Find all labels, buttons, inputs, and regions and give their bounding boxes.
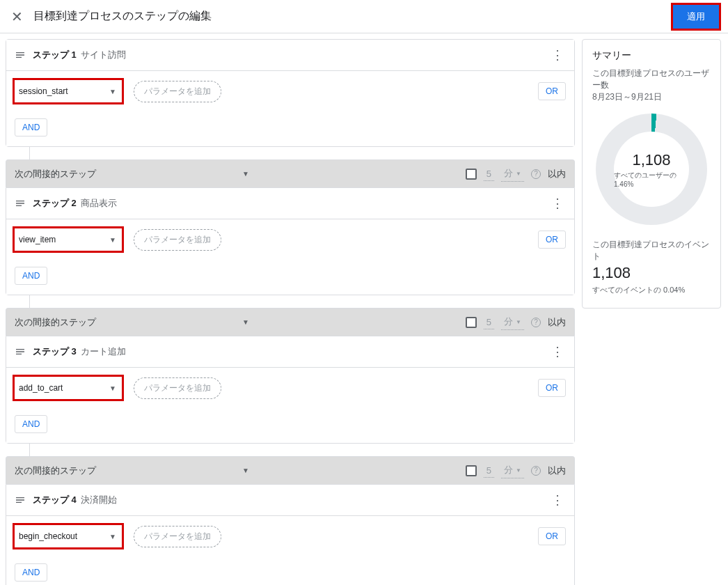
step-header: ステップ 2 商品表示 ⋮ (6, 188, 574, 219)
add-parameter-chip[interactable]: パラメータを追加 (134, 81, 221, 102)
within-label: 以内 (548, 168, 566, 180)
summary-users-pct: すべてのユーザーの 1.46% (614, 171, 689, 188)
summary-date-range: 8月23日～9月21日 (592, 91, 711, 103)
chevron-down-icon: ▼ (109, 384, 116, 392)
indirect-label: 次の間接的ステップ (15, 465, 96, 477)
page-title: 目標到達プロセスのステップの編集 (33, 9, 212, 24)
time-unit-dropdown[interactable]: 分 ▼ (501, 314, 524, 330)
and-button[interactable]: AND (15, 267, 47, 285)
drag-icon[interactable] (15, 198, 26, 209)
more-icon[interactable]: ⋮ (549, 343, 566, 360)
time-value[interactable]: 5 (484, 167, 494, 181)
help-icon[interactable]: ? (531, 466, 541, 476)
step-name: 決済開始 (81, 494, 117, 506)
summary-users-label: この目標到達プロセスのユーザー数 (592, 68, 711, 91)
or-button[interactable]: OR (538, 231, 566, 249)
connector-line (29, 147, 30, 159)
condition-row: begin_checkout ▼ パラメータを追加 OR (6, 516, 574, 556)
summary-title: サマリー (592, 49, 711, 62)
chevron-down-icon: ▼ (109, 236, 116, 244)
indirect-step-dropdown[interactable]: 次の間接的ステップ ▼ (15, 316, 249, 329)
help-icon[interactable]: ? (531, 169, 541, 179)
event-dropdown[interactable]: add_to_cart ▼ (15, 377, 122, 399)
event-value: session_start (19, 86, 68, 96)
step-card: ステップ 3 カート追加 ⋮ add_to_cart ▼ パラメータを追加 OR… (6, 336, 575, 444)
add-parameter-chip[interactable]: パラメータを追加 (134, 377, 221, 399)
time-limit-checkbox[interactable] (466, 169, 477, 180)
more-icon[interactable]: ⋮ (549, 492, 566, 508)
step-index: ステップ 3 (33, 345, 77, 358)
time-unit-dropdown[interactable]: 分 ▼ (501, 462, 524, 478)
connector-line (29, 444, 30, 456)
event-dropdown[interactable]: view_item ▼ (15, 228, 122, 251)
time-value[interactable]: 5 (484, 464, 494, 478)
time-value[interactable]: 5 (484, 315, 494, 329)
event-value: add_to_cart (19, 383, 63, 393)
close-icon[interactable]: ✕ (6, 6, 28, 28)
event-highlight: add_to_cart ▼ (13, 375, 124, 401)
drag-icon[interactable] (15, 494, 26, 506)
event-dropdown[interactable]: begin_checkout ▼ (15, 525, 122, 547)
indirect-step-bar: 次の間接的ステップ ▼ 5 分 ▼ ? 以内 (6, 456, 575, 484)
and-button[interactable]: AND (15, 415, 47, 433)
indirect-step-bar: 次の間接的ステップ ▼ 5 分 ▼ ? 以内 (6, 159, 575, 187)
step-header: ステップ 1 サイト訪問 ⋮ (6, 40, 574, 71)
indirect-step-bar: 次の間接的ステップ ▼ 5 分 ▼ ? 以内 (6, 308, 575, 336)
donut-chart: 1,108 すべてのユーザーの 1.46% (596, 114, 707, 225)
indirect-label: 次の間接的ステップ (15, 316, 96, 329)
indirect-step-dropdown[interactable]: 次の間接的ステップ ▼ (15, 168, 249, 180)
add-parameter-chip[interactable]: パラメータを追加 (134, 229, 221, 251)
event-dropdown[interactable]: session_start ▼ (15, 80, 122, 102)
more-icon[interactable]: ⋮ (549, 47, 566, 63)
event-value: view_item (19, 235, 56, 244)
step-header: ステップ 3 カート追加 ⋮ (6, 336, 574, 368)
step-index: ステップ 1 (33, 49, 77, 61)
event-highlight: begin_checkout ▼ (13, 523, 124, 549)
chevron-down-icon: ▼ (516, 319, 521, 325)
summary-events-pct: すべてのイベントの 0.04% (592, 285, 711, 295)
condition-row: add_to_cart ▼ パラメータを追加 OR (6, 368, 574, 408)
steps-editor: ステップ 1 サイト訪問 ⋮ session_start ▼ パラメータを追加 … (6, 39, 575, 585)
step-index: ステップ 2 (33, 197, 77, 210)
drag-icon[interactable] (15, 346, 26, 357)
condition-row: view_item ▼ パラメータを追加 OR (6, 219, 574, 260)
apply-button[interactable]: 適用 (673, 5, 719, 29)
time-unit-dropdown[interactable]: 分 ▼ (501, 166, 524, 182)
chevron-down-icon: ▼ (242, 318, 249, 326)
or-button[interactable]: OR (538, 379, 566, 397)
event-value: begin_checkout (19, 531, 77, 541)
chevron-down-icon: ▼ (242, 467, 249, 474)
summary-panel: サマリー この目標到達プロセスのユーザー数 8月23日～9月21日 1,108 … (582, 39, 721, 309)
event-highlight: view_item ▼ (13, 226, 124, 253)
apply-highlight: 適用 (671, 3, 721, 31)
step-name: 商品表示 (81, 197, 117, 210)
indirect-step-dropdown[interactable]: 次の間接的ステップ ▼ (15, 465, 249, 477)
time-limit-checkbox[interactable] (466, 465, 477, 476)
summary-events-value: 1,108 (592, 264, 711, 282)
indirect-label: 次の間接的ステップ (15, 168, 96, 180)
or-button[interactable]: OR (538, 527, 566, 545)
or-button[interactable]: OR (538, 82, 566, 100)
help-icon[interactable]: ? (531, 318, 541, 327)
chevron-down-icon: ▼ (516, 171, 521, 177)
summary-events-label: この目標到達プロセスのイベント (592, 239, 711, 263)
drag-icon[interactable] (15, 49, 26, 61)
step-card: ステップ 1 サイト訪問 ⋮ session_start ▼ パラメータを追加 … (6, 39, 575, 147)
condition-row: session_start ▼ パラメータを追加 OR (6, 71, 574, 111)
and-button[interactable]: AND (15, 118, 47, 136)
summary-users-value: 1,108 (632, 151, 670, 169)
chevron-down-icon: ▼ (109, 533, 116, 540)
step-name: サイト訪問 (81, 49, 126, 61)
step-card: ステップ 4 決済開始 ⋮ begin_checkout ▼ パラメータを追加 … (6, 484, 575, 585)
within-label: 以内 (548, 316, 566, 329)
event-highlight: session_start ▼ (13, 78, 124, 104)
chevron-down-icon: ▼ (242, 170, 249, 178)
step-card: ステップ 2 商品表示 ⋮ view_item ▼ パラメータを追加 OR AN… (6, 187, 575, 295)
more-icon[interactable]: ⋮ (549, 195, 566, 212)
chevron-down-icon: ▼ (516, 467, 521, 474)
and-button[interactable]: AND (15, 563, 47, 582)
chevron-down-icon: ▼ (109, 88, 116, 95)
add-parameter-chip[interactable]: パラメータを追加 (134, 526, 221, 547)
within-label: 以内 (548, 465, 566, 477)
time-limit-checkbox[interactable] (466, 317, 477, 328)
